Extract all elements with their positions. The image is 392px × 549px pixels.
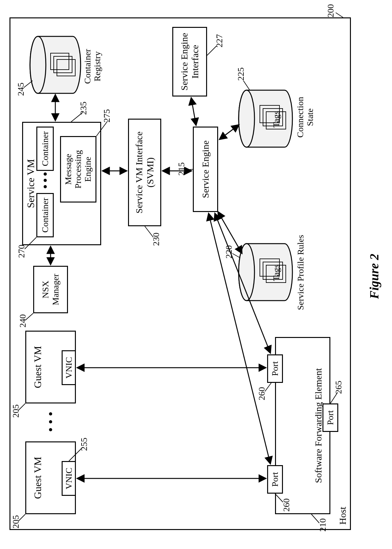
ref-215: 215 — [176, 162, 187, 176]
guest-vm-1-vnic: VNIC — [62, 461, 76, 496]
port-3-box: Port — [322, 403, 338, 432]
service-vm-container-2: Container — [36, 127, 54, 171]
container-2-label: Container — [40, 131, 50, 166]
dots-icon — [49, 428, 52, 431]
ref-275: 275 — [102, 109, 112, 122]
ref-240: 240 — [18, 314, 28, 328]
conn-state-label: Connection State — [296, 97, 315, 138]
ref-265: 265 — [334, 381, 344, 394]
ref-245: 245 — [16, 83, 26, 96]
nsx-manager-box: NSX Manager — [33, 266, 68, 313]
ref-255: 255 — [79, 438, 89, 451]
ref-225: 225 — [236, 67, 246, 81]
dots-icon — [49, 412, 52, 415]
service-vm-title: Service VM — [25, 159, 37, 208]
vnic-1-label: VNIC — [64, 468, 74, 489]
service-engine-box: Service Engine — [193, 127, 218, 212]
nsx-manager-label: NSX Manager — [40, 274, 61, 305]
ref-205-1: 205 — [11, 515, 21, 528]
ref-235: 235 — [78, 102, 89, 115]
dots-icon — [44, 179, 47, 182]
dots-icon — [49, 420, 52, 423]
service-vm-container-1: Container — [36, 193, 54, 237]
ref-227: 227 — [214, 34, 224, 47]
svg-line-40 — [336, 13, 343, 17]
guest-vm-1-title: Guest VM — [32, 457, 44, 499]
ref-260-1: 260 — [281, 498, 291, 512]
ref-200: 200 — [326, 4, 336, 17]
ref-270: 270 — [16, 245, 27, 258]
ref-210: 210 — [318, 518, 328, 532]
port-2-label: Port — [270, 361, 280, 376]
vnic-2-label: VNIC — [64, 357, 74, 378]
spr-tags-label: Tags — [271, 265, 281, 281]
dots-icon — [44, 185, 47, 188]
container-1-label: Container — [40, 198, 50, 233]
svmi-box: Service VM Interface (SVMI) — [128, 119, 161, 226]
ref-230: 230 — [151, 233, 161, 246]
ref-260-2: 260 — [257, 387, 267, 400]
dots-icon — [44, 172, 47, 176]
figure-caption: Figure 2 — [367, 254, 382, 299]
sei-box: Service Engine Interface — [172, 27, 207, 97]
guest-vm-2-vnic: VNIC — [62, 350, 76, 385]
mpe-label: Message Processing Engine — [64, 150, 93, 188]
spr-label: Service Profile Rules — [296, 235, 306, 310]
host-label: Host — [337, 507, 348, 525]
sei-label: Service Engine Interface — [179, 33, 201, 90]
port-1-label: Port — [270, 472, 280, 487]
container-registry-label: Container Registry — [83, 49, 102, 84]
guest-vm-2-title: Guest VM — [32, 346, 44, 388]
ref-205-2: 205 — [11, 404, 21, 418]
conn-tags-label: Tags — [271, 111, 281, 128]
ref-220: 220 — [224, 245, 234, 259]
svmi-label: Service VM Interface (SVMI) — [134, 131, 156, 213]
service-engine-label: Service Engine — [200, 140, 211, 198]
port-3-label: Port — [325, 410, 335, 425]
port-1-box: Port — [267, 465, 283, 494]
port-2-box: Port — [267, 354, 283, 383]
sfe-label: Software Forwarding Element — [313, 368, 324, 483]
sfe-box: Software Forwarding Element — [275, 337, 330, 514]
message-processing-engine-box: Message Processing Engine — [60, 136, 96, 203]
